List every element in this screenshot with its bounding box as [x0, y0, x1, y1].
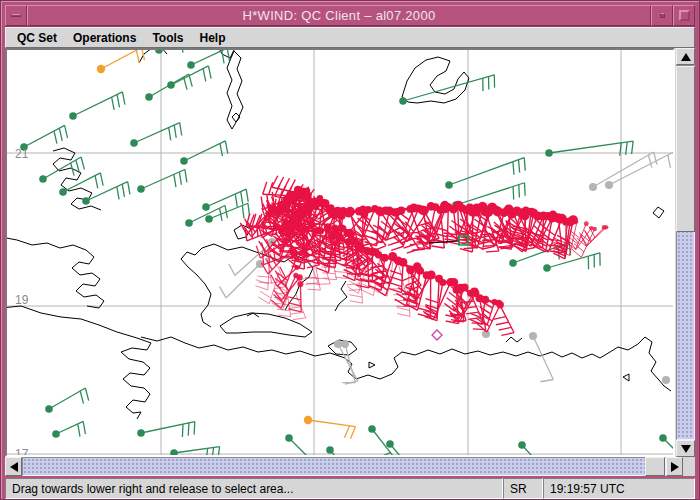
status-mode-badge: SR	[503, 478, 543, 499]
scroll-up-button[interactable]	[676, 48, 695, 65]
status-message: Drag towards lower right and release to …	[5, 478, 503, 499]
status-clock: 19:19:57 UTC	[543, 478, 695, 499]
vertical-scrollbar-track[interactable]	[676, 65, 695, 440]
arrow-up-icon	[681, 53, 691, 61]
horizontal-scrollbar[interactable]	[5, 457, 695, 476]
app-window: H*WIND: QC Client – al07.2000 QC Set Ope…	[0, 0, 700, 500]
svg-text:17: 17	[15, 447, 29, 455]
maximize-button[interactable]	[673, 5, 695, 26]
arrow-down-icon	[681, 445, 691, 453]
svg-text:19: 19	[15, 293, 29, 307]
window-menu-dash-icon	[11, 14, 21, 17]
window-title: H*WIND: QC Client – al07.2000	[27, 5, 651, 26]
map-viewport[interactable]: 211917	[5, 48, 675, 457]
minimize-icon	[660, 13, 665, 18]
menu-tools[interactable]: Tools	[145, 29, 190, 47]
scroll-right-button[interactable]	[666, 457, 683, 476]
map-row: 211917	[5, 48, 695, 457]
maximize-icon	[679, 10, 690, 21]
scroll-left-button[interactable]	[5, 457, 22, 476]
arrow-left-icon	[10, 462, 18, 472]
minimize-button[interactable]	[651, 5, 673, 26]
wind-analysis-map[interactable]: 211917	[7, 50, 675, 455]
scroll-down-button[interactable]	[676, 440, 695, 457]
svg-text:21: 21	[15, 147, 29, 161]
menu-help[interactable]: Help	[192, 29, 232, 47]
menu-operations[interactable]: Operations	[66, 29, 143, 47]
vertical-scrollbar[interactable]	[675, 48, 695, 457]
vertical-scrollbar-thumb[interactable]	[676, 66, 695, 232]
menu-qc-set[interactable]: QC Set	[10, 29, 64, 47]
window-menu-button[interactable]	[5, 5, 27, 26]
menubar: QC Set Operations Tools Help	[5, 27, 695, 48]
scrollbar-corner	[683, 457, 695, 476]
horizontal-scrollbar-thumb[interactable]	[645, 457, 665, 476]
arrow-right-icon	[671, 462, 679, 472]
horizontal-scrollbar-track[interactable]	[22, 457, 666, 476]
titlebar[interactable]: H*WIND: QC Client – al07.2000	[5, 5, 695, 27]
statusbar: Drag towards lower right and release to …	[5, 478, 695, 499]
